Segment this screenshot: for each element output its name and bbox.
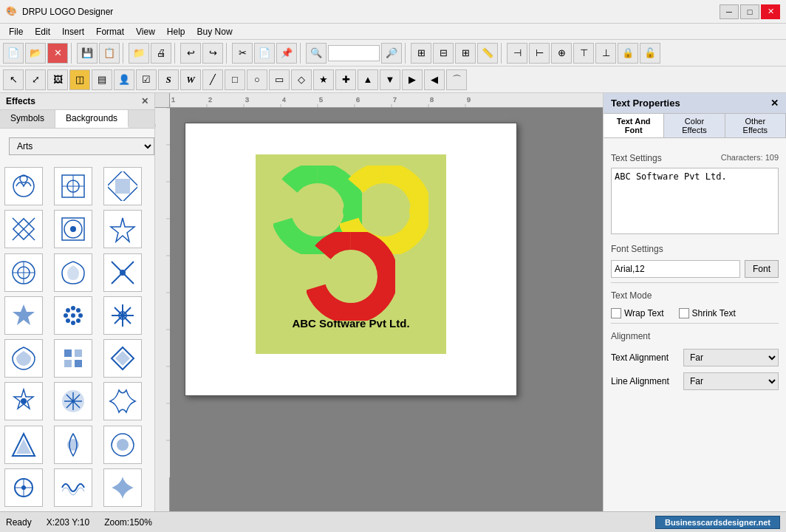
maximize-button[interactable]: □ — [740, 4, 759, 19]
lock-button[interactable]: 🔒 — [618, 43, 638, 64]
effect-item[interactable] — [4, 426, 43, 464]
shrink-text-label[interactable]: Shrink Text — [679, 308, 736, 318]
menu-insert[interactable]: Insert — [56, 25, 90, 38]
tab-text-and-font[interactable]: Text And Font — [604, 114, 664, 137]
actual-size-button[interactable]: ⊞ — [411, 43, 431, 64]
arc-tool[interactable]: ⌒ — [446, 69, 467, 90]
effect-item[interactable] — [54, 468, 92, 507]
effect-item[interactable] — [54, 426, 92, 464]
checkbox-button[interactable]: ☑ — [136, 69, 157, 90]
wrap-text-checkbox[interactable] — [611, 308, 621, 318]
minimize-button[interactable]: ─ — [720, 4, 739, 19]
grid-button[interactable]: ⊞ — [455, 43, 476, 64]
line-alignment-select[interactable]: Near Center Far — [683, 372, 779, 390]
error-button[interactable]: ✕ — [47, 43, 68, 64]
signature-s[interactable]: S — [158, 69, 179, 90]
align-bottom-button[interactable]: ⊥ — [595, 43, 616, 64]
wrap-text-label[interactable]: Wrap Text — [611, 308, 664, 318]
triangle-down-tool[interactable]: ▼ — [380, 69, 400, 90]
effect-item[interactable] — [4, 468, 43, 507]
menu-edit[interactable]: Edit — [29, 25, 56, 38]
tab-color-effects[interactable]: Color Effects — [664, 114, 725, 137]
close-button[interactable]: ✕ — [761, 4, 780, 19]
font-input[interactable] — [611, 260, 740, 278]
unlock-button[interactable]: 🔓 — [640, 43, 660, 64]
svg-text:8: 8 — [430, 96, 434, 103]
open-file-button[interactable]: 📁 — [129, 43, 149, 64]
effect-item[interactable] — [4, 167, 43, 205]
tab-other-effects[interactable]: Other Effects — [725, 114, 786, 137]
line-tool[interactable]: ╱ — [202, 69, 223, 90]
effect-item[interactable] — [103, 382, 142, 420]
user-button[interactable]: 👤 — [114, 69, 134, 90]
diamond-tool[interactable]: ◇ — [291, 69, 312, 90]
tab-backgrounds[interactable]: Backgrounds — [55, 110, 129, 128]
select2-button[interactable]: ⤢ — [25, 69, 46, 90]
effect-item[interactable] — [4, 339, 43, 378]
menu-buynow[interactable]: Buy Now — [191, 25, 239, 38]
select-button[interactable]: ↖ — [3, 69, 24, 90]
text-input[interactable]: ABC Software Pvt Ltd. — [611, 168, 779, 234]
layer-button[interactable]: ◫ — [69, 69, 90, 90]
panel-close-button[interactable]: ✕ — [141, 96, 148, 106]
font-button[interactable]: Font — [745, 260, 779, 278]
effect-item[interactable] — [54, 296, 92, 335]
effect-item[interactable] — [103, 339, 142, 378]
effect-item[interactable] — [54, 339, 92, 378]
effect-item[interactable] — [54, 253, 92, 292]
cut-button[interactable]: ✂ — [232, 43, 253, 64]
right-panel-close[interactable]: ✕ — [770, 98, 779, 109]
effect-item[interactable] — [4, 210, 43, 248]
circle-tool[interactable]: ○ — [247, 69, 267, 90]
zoom-out-button[interactable]: 🔎 — [381, 43, 402, 64]
effect-item[interactable] — [54, 167, 92, 205]
tab-symbols[interactable]: Symbols — [0, 110, 55, 128]
new-button[interactable]: 📄 — [3, 43, 24, 64]
undo-button[interactable]: ↩ — [180, 43, 201, 64]
effect-item[interactable] — [4, 382, 43, 420]
barcode-button[interactable]: ▤ — [92, 69, 112, 90]
shrink-text-checkbox[interactable] — [679, 308, 689, 318]
open-button[interactable]: 📂 — [25, 43, 46, 64]
save-as-button[interactable]: 📋 — [99, 43, 120, 64]
text-alignment-select[interactable]: Near Center Far — [683, 349, 779, 366]
star-tool[interactable]: ★ — [313, 69, 334, 90]
menu-format[interactable]: Format — [90, 25, 130, 38]
paste-button[interactable]: 📌 — [276, 43, 297, 64]
text-w[interactable]: W — [180, 69, 201, 90]
triangle-right-tool[interactable]: ▶ — [402, 69, 423, 90]
copy-button[interactable]: 📄 — [254, 43, 275, 64]
triangle-tool[interactable]: ▲ — [358, 69, 378, 90]
effect-item[interactable] — [4, 253, 43, 292]
cross-tool[interactable]: ✚ — [335, 69, 356, 90]
align-center-button[interactable]: ⊕ — [551, 43, 572, 64]
triangle-left-tool[interactable]: ◀ — [424, 69, 445, 90]
rect2-tool[interactable]: ▭ — [269, 69, 290, 90]
effect-item[interactable] — [103, 253, 142, 292]
effect-item[interactable] — [103, 167, 142, 205]
effect-item[interactable] — [54, 382, 92, 420]
zoom-in-button[interactable]: 🔍 — [306, 43, 327, 64]
rect-tool[interactable]: □ — [225, 69, 245, 90]
effect-item[interactable] — [103, 426, 142, 464]
menu-file[interactable]: File — [3, 25, 29, 38]
menu-help[interactable]: Help — [161, 25, 191, 38]
print-button[interactable]: 🖨 — [151, 43, 171, 64]
zoom-input[interactable]: 150% — [328, 45, 380, 61]
effect-item[interactable] — [103, 210, 142, 248]
svg-point-39 — [21, 398, 27, 404]
effect-item[interactable] — [54, 210, 92, 248]
menu-view[interactable]: View — [130, 25, 161, 38]
align-top-button[interactable]: ⊤ — [573, 43, 594, 64]
effect-item[interactable] — [103, 468, 142, 507]
align-right-button[interactable]: ⊢ — [529, 43, 550, 64]
ruler-button[interactable]: 📏 — [477, 43, 498, 64]
redo-button[interactable]: ↪ — [202, 43, 223, 64]
effect-item[interactable] — [103, 296, 142, 335]
image-button[interactable]: 🖼 — [47, 69, 68, 90]
category-dropdown[interactable]: Arts Nature Abstract Animals — [9, 137, 154, 155]
fit-page-button[interactable]: ⊟ — [433, 43, 454, 64]
align-left-button[interactable]: ⊣ — [507, 43, 527, 64]
effect-item[interactable] — [4, 296, 43, 335]
save-button[interactable]: 💾 — [77, 43, 98, 64]
